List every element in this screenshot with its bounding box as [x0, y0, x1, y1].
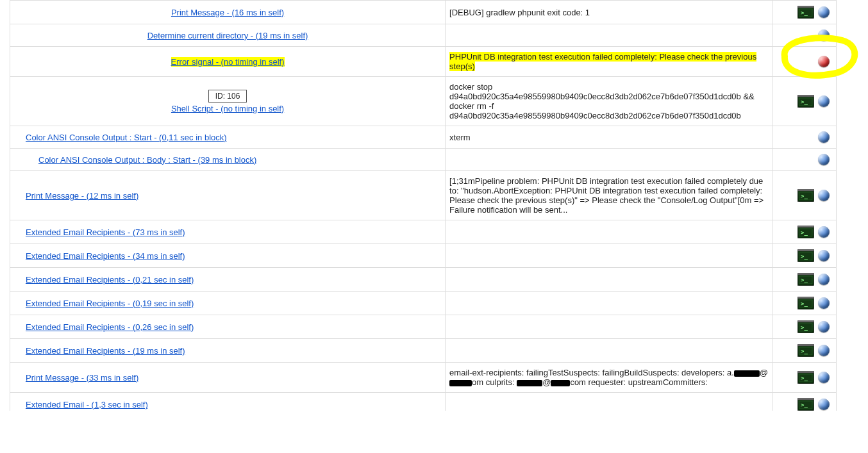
step-cell: Extended Email Recipients - (73 ms in se…	[10, 220, 446, 244]
step-cell: Print Message - (33 ms in self)	[10, 363, 446, 393]
icons-cell: >_	[772, 292, 837, 315]
svg-text:>_: >_	[801, 301, 808, 307]
table-row: Extended Email - (1,3 sec in self)>_	[10, 393, 837, 411]
table-row: Print Message - (12 ms in self)[1;31mPip…	[10, 171, 837, 220]
svg-text:>_: >_	[801, 277, 808, 283]
step-link[interactable]: Extended Email Recipients - (0,26 sec in…	[26, 322, 194, 332]
step-cell: Print Message - (16 ms in self)	[10, 1, 446, 24]
terminal-icon[interactable]: >_	[797, 6, 814, 19]
message-cell	[446, 149, 772, 171]
step-cell: Extended Email Recipients - (19 ms in se…	[10, 339, 446, 363]
message-cell: xterm	[446, 126, 772, 149]
icons-cell	[772, 47, 837, 77]
table-row: Color ANSI Console Output : Start - (0,1…	[10, 126, 837, 149]
step-cell: Determine current directory - (19 ms in …	[10, 24, 446, 47]
message-cell	[446, 244, 772, 268]
terminal-icon[interactable]: >_	[797, 344, 814, 357]
step-link[interactable]: Print Message - (16 ms in self)	[171, 8, 284, 17]
step-link[interactable]: Determine current directory - (19 ms in …	[147, 31, 308, 40]
svg-text:>_: >_	[801, 253, 808, 259]
id-badge: ID: 106	[208, 90, 247, 103]
message-cell: PHPUnit DB integration test execution fa…	[446, 47, 772, 77]
message-cell: [DEBUG] gradlew phpunit exit code: 1	[446, 1, 772, 24]
icons-cell	[772, 126, 837, 149]
message-cell	[446, 315, 772, 339]
icons-cell: >_	[772, 1, 837, 24]
terminal-icon[interactable]: >_	[797, 320, 814, 333]
pipeline-steps-table: Print Message - (16 ms in self)[DEBUG] g…	[10, 0, 837, 411]
terminal-icon[interactable]: >_	[797, 297, 814, 309]
icons-cell	[772, 24, 837, 47]
status-ball-blue-icon[interactable]	[818, 250, 830, 261]
status-ball-blue-icon[interactable]	[818, 345, 830, 356]
message-text: PHPUnit DB integration test execution fa…	[449, 52, 756, 71]
step-link[interactable]: Extended Email Recipients - (0,19 sec in…	[26, 299, 194, 308]
step-link[interactable]: Print Message - (33 ms in self)	[26, 373, 138, 383]
message-text: email-ext-recipients: failingTestSuspect…	[449, 368, 768, 387]
step-link[interactable]: Error signal - (no timing in self)	[171, 57, 285, 67]
table-row: Color ANSI Console Output : Body : Start…	[10, 149, 837, 171]
table-row: Extended Email Recipients - (0,19 sec in…	[10, 292, 837, 315]
message-cell: docker stop d94a0bd920c35a4e98559980b940…	[446, 77, 772, 126]
status-ball-blue-icon[interactable]	[818, 154, 830, 165]
message-text: xterm	[449, 133, 471, 142]
terminal-icon[interactable]: >_	[797, 273, 814, 286]
status-ball-blue-icon[interactable]	[818, 297, 830, 309]
status-ball-red-icon[interactable]	[818, 56, 830, 67]
status-ball-blue-icon[interactable]	[818, 226, 830, 238]
table-row: Print Message - (16 ms in self)[DEBUG] g…	[10, 1, 837, 24]
terminal-icon[interactable]: >_	[797, 371, 814, 384]
icons-cell: >_	[772, 315, 837, 339]
status-ball-blue-icon[interactable]	[818, 274, 830, 285]
message-cell	[446, 339, 772, 363]
status-ball-blue-icon[interactable]	[818, 190, 830, 201]
step-cell: Print Message - (12 ms in self)	[10, 171, 446, 220]
svg-text:>_: >_	[801, 402, 808, 408]
svg-text:>_: >_	[801, 348, 808, 354]
status-ball-blue-icon[interactable]	[818, 29, 830, 41]
step-cell: ID: 106Shell Script - (no timing in self…	[10, 77, 446, 126]
message-cell	[446, 268, 772, 292]
icons-cell: >_	[772, 363, 837, 393]
terminal-icon[interactable]: >_	[797, 95, 814, 108]
status-ball-blue-icon[interactable]	[818, 399, 830, 410]
message-text: docker stop d94a0bd920c35a4e98559980b940…	[449, 82, 755, 120]
status-ball-blue-icon[interactable]	[818, 321, 830, 333]
terminal-icon[interactable]: >_	[797, 398, 814, 411]
step-link[interactable]: Print Message - (12 ms in self)	[26, 191, 138, 201]
terminal-icon[interactable]: >_	[797, 226, 814, 238]
svg-text:>_: >_	[801, 375, 808, 381]
icons-cell: >_	[772, 244, 837, 268]
step-cell: Extended Email - (1,3 sec in self)	[10, 393, 446, 411]
svg-text:>_: >_	[801, 10, 808, 16]
step-cell: Extended Email Recipients - (0,26 sec in…	[10, 315, 446, 339]
message-text: [DEBUG] gradlew phpunit exit code: 1	[449, 8, 590, 17]
step-cell: Color ANSI Console Output : Body : Start…	[10, 149, 446, 171]
svg-text:>_: >_	[801, 229, 808, 236]
svg-text:>_: >_	[801, 99, 808, 105]
message-cell	[446, 220, 772, 244]
status-ball-blue-icon[interactable]	[818, 131, 830, 143]
message-cell: [1;31mPipeline problem: PHPUnit DB integ…	[446, 171, 772, 220]
status-ball-blue-icon[interactable]	[818, 6, 830, 18]
step-link[interactable]: Extended Email - (1,3 sec in self)	[26, 400, 148, 409]
status-ball-blue-icon[interactable]	[818, 95, 830, 107]
table-row: Extended Email Recipients - (34 ms in se…	[10, 244, 837, 268]
svg-text:>_: >_	[801, 324, 808, 331]
step-link[interactable]: Color ANSI Console Output : Body : Start…	[38, 155, 256, 165]
terminal-icon[interactable]: >_	[797, 189, 814, 202]
table-row: ID: 106Shell Script - (no timing in self…	[10, 77, 837, 126]
step-link[interactable]: Color ANSI Console Output : Start - (0,1…	[26, 133, 227, 142]
step-cell: Error signal - (no timing in self)	[10, 47, 446, 77]
step-link[interactable]: Extended Email Recipients - (0,21 sec in…	[26, 275, 194, 284]
step-link[interactable]: Extended Email Recipients - (19 ms in se…	[26, 346, 185, 356]
terminal-icon[interactable]: >_	[797, 249, 814, 262]
table-row: Extended Email Recipients - (19 ms in se…	[10, 339, 837, 363]
step-link[interactable]: Extended Email Recipients - (73 ms in se…	[26, 227, 185, 237]
status-ball-blue-icon[interactable]	[818, 372, 830, 383]
svg-text:>_: >_	[801, 193, 808, 199]
step-link[interactable]: Shell Script - (no timing in self)	[171, 104, 284, 113]
step-link[interactable]: Extended Email Recipients - (34 ms in se…	[26, 251, 185, 261]
icons-cell: >_	[772, 77, 837, 126]
icons-cell: >_	[772, 171, 837, 220]
